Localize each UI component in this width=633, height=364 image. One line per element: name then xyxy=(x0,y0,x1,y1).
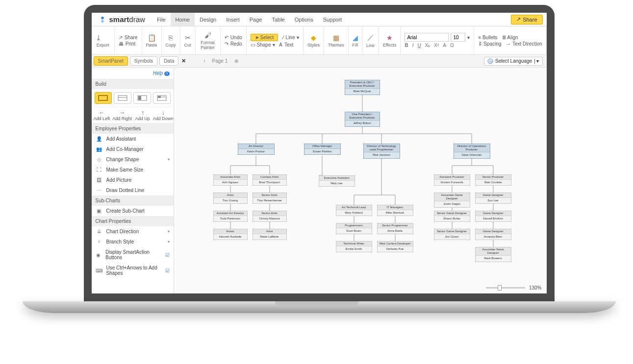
org-node[interactable]: President & CEO / Executive ProducerBret… xyxy=(345,80,380,95)
add-left-button[interactable]: ←Add Left xyxy=(92,107,112,123)
text-direction-button[interactable]: → Text Direction xyxy=(506,41,542,47)
add-down-button[interactable]: ↓Add Down xyxy=(153,107,174,123)
subscript-button[interactable]: X₂ xyxy=(425,43,430,48)
org-node[interactable]: Senior ProducerMatt Cronkite xyxy=(475,174,511,186)
shape-type-1-button[interactable] xyxy=(95,92,112,104)
italic-button[interactable]: I xyxy=(412,43,414,48)
zoom-value: 130% xyxy=(529,285,542,291)
menu-options[interactable]: Options xyxy=(290,13,318,26)
chart-prop-0[interactable]: ⇊Chart Direction xyxy=(92,226,174,237)
org-node[interactable]: Associate Game DesignerJustin Hagan xyxy=(434,193,470,208)
shape-type-2-button[interactable] xyxy=(114,92,131,104)
font-color-button[interactable]: A xyxy=(443,43,446,48)
org-node[interactable]: Game DesignerDarrell Brixford xyxy=(475,211,511,222)
org-node[interactable]: Assistant Art DirectorTodd Parkinson xyxy=(213,211,248,222)
org-node[interactable]: Assistant ProducerVincent Forwards xyxy=(434,174,470,186)
themes-button[interactable]: Themes xyxy=(328,43,344,48)
org-node[interactable]: ArtistsHannah Rochelle xyxy=(213,229,248,240)
emp-prop-4[interactable]: 🖼Add Picture xyxy=(92,175,174,185)
superscript-button[interactable]: X² xyxy=(434,43,439,48)
shape-type-3-button[interactable] xyxy=(133,92,151,104)
org-node[interactable]: ProgrammersScott Boam xyxy=(336,223,372,234)
emp-prop-0[interactable]: 👤Add Assistant xyxy=(92,134,174,144)
org-node[interactable]: IT ManagersMike Sherlock xyxy=(377,205,413,216)
help-link[interactable]: Help ? xyxy=(92,68,174,79)
create-subchart-button[interactable]: ▣Create Sub-Chart xyxy=(92,206,174,216)
org-node[interactable]: Senior ArtistChristy Matsura xyxy=(253,211,287,222)
org-node[interactable]: Vice President / Executive ProducerJeffr… xyxy=(345,112,380,127)
org-node[interactable]: ArtistMarie LaBerte xyxy=(253,229,287,240)
org-node[interactable]: Game DesignerSon Lee xyxy=(475,193,511,204)
add-up-button[interactable]: ↑Add Up xyxy=(132,107,153,123)
symbol-button[interactable]: Ω xyxy=(450,43,454,48)
org-node[interactable]: Executive AssistantMely Lee xyxy=(319,175,355,187)
format-painter-button[interactable]: Format Painter xyxy=(200,40,216,50)
bold-button[interactable]: B xyxy=(405,43,408,48)
underline-button[interactable]: U xyxy=(417,43,421,48)
menubar: smartdraw FileHomeDesignInsertPageTableO… xyxy=(92,13,547,26)
copy-button[interactable]: Copy xyxy=(166,43,176,48)
print-button[interactable]: 🖶 Print xyxy=(119,41,138,47)
emp-prop-5[interactable]: ⋯Draw Dotted Line xyxy=(92,185,174,195)
shape-tool-button[interactable]: ▭ Shape ▾ A Text xyxy=(251,42,300,48)
org-node[interactable]: Concept ArtistBrad Thompson xyxy=(253,174,287,186)
chart-prop-2[interactable]: ◉Display SmartAction Buttons☑ xyxy=(92,247,174,263)
fill-button[interactable]: Fill xyxy=(353,43,358,48)
svg-rect-8 xyxy=(158,96,161,98)
org-node[interactable]: Game DesignerAmanda Blam xyxy=(475,229,511,240)
effects-button[interactable]: Effects xyxy=(383,43,396,48)
menu-design[interactable]: Design xyxy=(195,13,221,26)
font-size-select[interactable] xyxy=(451,33,465,42)
line-button[interactable]: Line xyxy=(366,43,375,48)
paste-button[interactable]: Paste xyxy=(146,43,157,48)
add-page-button[interactable]: ⊕ xyxy=(234,58,238,64)
org-node[interactable]: Associate Game DesignerMark Bowens xyxy=(475,247,511,262)
redo-button[interactable]: ↷ Redo xyxy=(225,41,242,47)
language-select[interactable]: G Select Language | ▾ xyxy=(484,57,542,66)
org-node[interactable]: Senior Game DesignerJim Closer xyxy=(434,229,470,240)
font-select[interactable] xyxy=(405,33,449,42)
chart-prop-3[interactable]: ⌨Use Ctrl+Arrows to Add Shapes☑ xyxy=(92,263,174,278)
menu-table[interactable]: Table xyxy=(267,13,289,26)
org-node[interactable]: Office ManagerSusan Parkins xyxy=(304,144,341,155)
add-right-button[interactable]: →Add Right xyxy=(112,107,132,123)
close-panel-button[interactable]: ✕ xyxy=(178,58,189,64)
org-node[interactable]: Director of Operations ProducerDave Grie… xyxy=(454,144,490,159)
export-button[interactable]: Export xyxy=(96,43,110,48)
menu-home[interactable]: Home xyxy=(171,13,195,26)
undo-button[interactable]: ↶ Undo xyxy=(225,35,242,40)
spacing-button[interactable]: ⇕ Spacing xyxy=(478,41,501,47)
org-node[interactable]: Technical WriterEmilia Smith xyxy=(336,241,372,252)
zoom-slider[interactable] xyxy=(486,287,525,289)
styles-button[interactable]: Styles xyxy=(307,43,320,48)
panel-tab-smartpanel[interactable]: SmartPanel xyxy=(94,56,128,66)
panel-tab-symbols[interactable]: Symbols xyxy=(130,56,157,66)
org-node[interactable]: Senior ProgrammerAnna Baste xyxy=(377,223,413,234)
share-button[interactable]: ↗Share xyxy=(511,15,542,24)
chart-prop-1[interactable]: ⑂Branch Style xyxy=(92,237,174,247)
emp-prop-3[interactable]: ⛶Make Same Size xyxy=(92,165,174,175)
cut-button[interactable]: Cut xyxy=(184,43,191,48)
shape-type-4-button[interactable] xyxy=(153,92,171,104)
select-tool-button[interactable]: ➤ Select xyxy=(251,34,279,41)
panel-tab-data[interactable]: Data xyxy=(159,56,178,66)
menu-insert[interactable]: Insert xyxy=(221,13,245,26)
org-node[interactable]: Senior Game DesignerShaun Burke xyxy=(434,211,470,222)
org-node[interactable]: Director of Technology Lead ProgrammerRi… xyxy=(363,144,400,159)
menu-file[interactable]: File xyxy=(152,13,171,26)
org-node[interactable]: Art DirectorKevin Proctor xyxy=(238,144,275,155)
emp-prop-2[interactable]: ◇Change Shape xyxy=(92,154,174,165)
org-node[interactable]: ArtistTom Guang xyxy=(213,193,248,204)
menu-support[interactable]: Support xyxy=(318,13,347,26)
menu-page[interactable]: Page xyxy=(245,13,267,26)
canvas[interactable]: 130% President & CEO / Executive Produce… xyxy=(174,68,547,293)
bullets-button[interactable]: ≡ Bullets xyxy=(478,35,497,40)
align-button[interactable]: ≣ Align xyxy=(502,35,518,40)
emp-prop-1[interactable]: 👥Add Co-Manager xyxy=(92,144,174,154)
share-small-button[interactable]: ↗ Share xyxy=(119,35,138,40)
org-node[interactable]: Art Technical LeadMary Kirkland xyxy=(336,205,372,216)
org-node[interactable]: Web Content DeveloperNicholas Poe xyxy=(377,241,413,252)
org-node[interactable]: Senior ArtistThor Reisenheimer xyxy=(253,193,287,204)
prev-page-button[interactable]: › xyxy=(203,58,205,64)
org-node[interactable]: Associate ArtistAnh Nguyen xyxy=(213,174,248,186)
